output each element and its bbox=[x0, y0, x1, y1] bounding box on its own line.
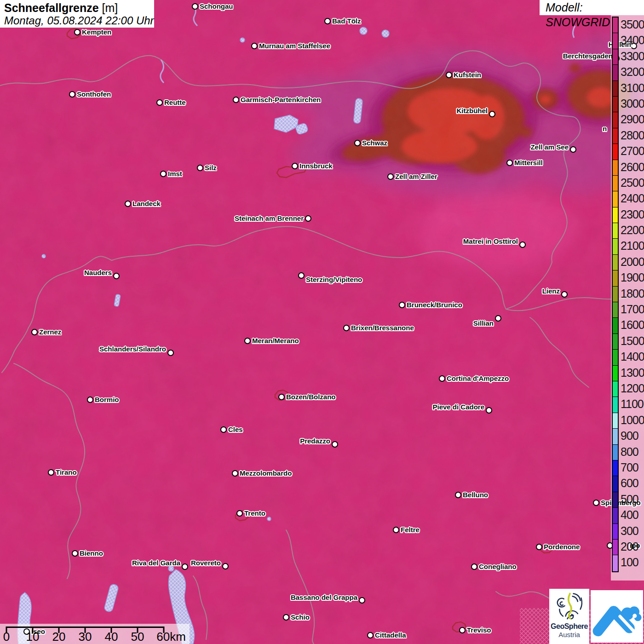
city-label-schongau: Schongau bbox=[200, 2, 233, 10]
legend-cell-200 bbox=[613, 540, 618, 555]
legend-tick-100: 100 bbox=[621, 554, 644, 570]
mountain-cloud-logo bbox=[591, 590, 643, 643]
city-label-feltre: Feltre bbox=[401, 526, 420, 534]
city-marker-zell-am-ziller bbox=[387, 173, 394, 180]
city-marker-imst bbox=[160, 171, 167, 177]
legend-cell-2700 bbox=[613, 144, 618, 160]
legend-tick-1800: 1800 bbox=[621, 286, 644, 301]
legend-labels: 3500340033003200310030002900280027002600… bbox=[621, 17, 644, 570]
legend-tick-3100: 3100 bbox=[621, 80, 644, 96]
city-marker-zernez bbox=[31, 329, 38, 335]
city-marker-conegliano bbox=[471, 564, 477, 570]
city-label-conegliano: Conegliano bbox=[479, 563, 517, 570]
city-marker-sonthofen bbox=[69, 91, 75, 98]
city-marker-sillian bbox=[495, 315, 501, 322]
city-label-bozen-bolzano: Bozen/Bolzano bbox=[286, 393, 336, 401]
legend-cell-2600 bbox=[613, 160, 618, 176]
legend-cell-1600 bbox=[613, 318, 618, 334]
geosphere-swirl-icon bbox=[554, 590, 585, 621]
legend-cell-3200 bbox=[613, 65, 618, 80]
city-marker-mittersill bbox=[506, 160, 513, 166]
title-datetime: Montag, 05.08.2024 22:00 Uhr bbox=[4, 14, 154, 27]
city-label-sillian: Sillian bbox=[473, 319, 494, 327]
title-box: Schneefallgrenze [m] Montag, 05.08.2024 … bbox=[0, 0, 154, 28]
model-box: Modell: SNOWGRID bbox=[540, 0, 644, 15]
city-marker-spilimbergo bbox=[593, 500, 599, 506]
legend-cell-300 bbox=[613, 524, 618, 540]
legend-tick-2500: 2500 bbox=[621, 175, 644, 190]
city-marker-kufstein bbox=[446, 72, 452, 78]
legend-tick-3300: 3300 bbox=[621, 48, 644, 64]
legend-tick-1200: 1200 bbox=[621, 380, 644, 396]
legend-tick-1900: 1900 bbox=[621, 270, 644, 285]
city-label-trento: Trento bbox=[244, 509, 265, 517]
city-marker-mezzolombardo bbox=[232, 470, 238, 477]
legend-tick-2400: 2400 bbox=[621, 190, 644, 206]
legend-cell-400 bbox=[613, 508, 618, 523]
legend-tick-600: 600 bbox=[621, 475, 644, 491]
city-label-mittersill: Mittersill bbox=[514, 159, 543, 167]
city-marker-zell-am-see bbox=[570, 146, 576, 153]
legend-tick-200: 200 bbox=[621, 539, 644, 554]
city-marker-schongau bbox=[192, 3, 198, 10]
legend-cell-1500 bbox=[613, 334, 618, 350]
scalebar-label-10: 10 bbox=[26, 630, 40, 644]
city-label-kitzb-hel: Kitzbühel bbox=[457, 107, 488, 115]
city-marker-reutte bbox=[156, 99, 163, 106]
city-label-bassano-del-grappa: Bassano del Grappa bbox=[291, 593, 357, 601]
city-label-berchtesgaden: Berchtesgaden bbox=[563, 52, 613, 60]
city-marker-cortina-d-ampezzo bbox=[439, 375, 445, 382]
geosphere-country: Austria bbox=[549, 631, 589, 638]
city-label-landeck: Landeck bbox=[132, 200, 161, 207]
city-label-predazzo: Predazzo bbox=[300, 437, 330, 445]
city-label-reutte: Reutte bbox=[164, 98, 186, 106]
city-label-tirano: Tirano bbox=[56, 468, 77, 476]
legend-tick-900: 900 bbox=[621, 428, 644, 443]
city-label-garmisch-partenkirchen: Garmisch-Partenkirchen bbox=[241, 96, 321, 104]
legend-cell-1100 bbox=[613, 397, 618, 413]
legend-cell-700 bbox=[613, 460, 618, 476]
city-label-lienz: Lienz bbox=[542, 287, 560, 295]
city-marker-bassano-del-grappa bbox=[359, 597, 365, 604]
city-marker-silz bbox=[197, 165, 203, 171]
city-label-nauders: Nauders bbox=[84, 269, 112, 276]
legend-cell-3400 bbox=[613, 33, 618, 49]
city-label-sterzing-vipiteno: Sterzing/Vipiteno bbox=[306, 276, 362, 283]
city-label-mezzolombardo: Mezzolombardo bbox=[240, 469, 292, 477]
legend-tick-3500: 3500 bbox=[621, 17, 644, 32]
city-marker-pordenone bbox=[536, 544, 542, 550]
city-marker-cittadella bbox=[367, 632, 374, 638]
city-marker-kitzb-hel bbox=[489, 111, 495, 117]
legend-tick-1100: 1100 bbox=[621, 396, 644, 412]
legend-tick-2600: 2600 bbox=[621, 159, 644, 175]
city-label-schlanders-silandro: Schlanders/Silandro bbox=[99, 345, 166, 353]
city-marker-pieve-di-cadore bbox=[486, 407, 492, 414]
city-label-bruneck-brunico: Bruneck/Brunico bbox=[407, 301, 462, 309]
legend-cell-2100 bbox=[613, 239, 618, 254]
city-label-pieve-di-cadore: Pieve di Cadore bbox=[432, 403, 484, 411]
city-label-cittadella: Cittadella bbox=[375, 631, 406, 639]
city-label-brixen-bressanone: Brixen/Bressanone bbox=[351, 324, 414, 332]
city-marker-cles bbox=[220, 426, 227, 433]
legend-tick-400: 400 bbox=[621, 507, 644, 523]
legend: 3500340033003200310030002900280027002600… bbox=[611, 11, 644, 581]
city-label-riva-del-garda: Riva del Garda bbox=[132, 559, 180, 567]
city-label-cles: Cles bbox=[228, 426, 243, 433]
legend-cell-100 bbox=[613, 555, 618, 571]
scalebar-label-60km: 60km bbox=[156, 630, 186, 644]
city-label-schwaz: Schwaz bbox=[362, 139, 387, 147]
city-label-meran-merano: Meran/Merano bbox=[252, 337, 299, 345]
city-marker-feltre bbox=[393, 527, 399, 533]
legend-cell-2900 bbox=[613, 112, 618, 128]
scalebar-label-40: 40 bbox=[105, 630, 118, 644]
legend-cell-900 bbox=[613, 429, 618, 444]
city-label-kufstein: Kufstein bbox=[454, 71, 481, 79]
legend-tick-2000: 2000 bbox=[621, 254, 644, 270]
city-label-zell-am-ziller: Zell am Ziller bbox=[395, 172, 437, 180]
city-marker-innsbruck bbox=[292, 163, 298, 169]
legend-cell-1000 bbox=[613, 413, 618, 429]
legend-cell-2000 bbox=[613, 255, 618, 270]
title-unit: [m] bbox=[102, 1, 118, 14]
city-label-steinach-am-brenner: Steinach am Brenner bbox=[235, 214, 304, 222]
legend-tick-2800: 2800 bbox=[621, 127, 644, 143]
